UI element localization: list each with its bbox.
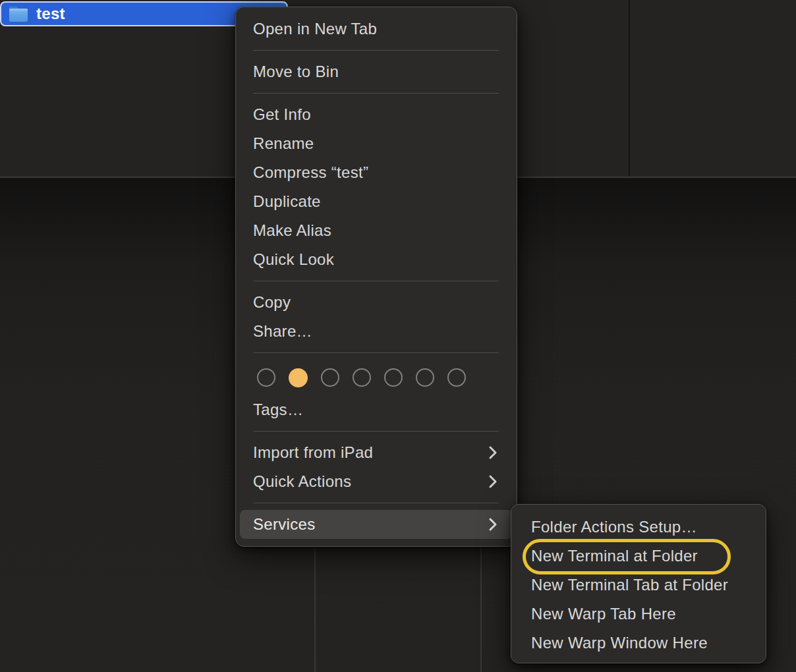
menu-item-label: Copy [253, 288, 291, 317]
menu-item-label: Services [253, 510, 315, 539]
menu-item-label: New Warp Tab Here [531, 600, 676, 629]
tag-dot-selected-orange[interactable] [289, 368, 308, 387]
menu-item-label: Share… [253, 317, 312, 346]
tag-color-row [240, 360, 513, 395]
folder-icon [9, 6, 28, 22]
menu-separator [253, 352, 499, 353]
context-menu: Open in New Tab Move to Bin Get Info Ren… [235, 7, 517, 547]
tag-dot[interactable] [447, 368, 466, 387]
menu-item-quick-look[interactable]: Quick Look [240, 245, 513, 274]
submenu-item-new-terminal-tab-at-folder[interactable]: New Terminal Tab at Folder [511, 571, 766, 600]
menu-item-quick-actions[interactable]: Quick Actions [240, 467, 513, 496]
menu-item-label: Make Alias [253, 216, 331, 245]
menu-item-label: Folder Actions Setup… [531, 513, 697, 542]
menu-item-label: Move to Bin [253, 57, 339, 86]
menu-item-duplicate[interactable]: Duplicate [240, 187, 513, 216]
menu-separator [253, 431, 499, 432]
menu-item-tags[interactable]: Tags… [240, 395, 513, 424]
menu-separator [253, 93, 499, 94]
menu-item-rename[interactable]: Rename [240, 129, 513, 158]
menu-item-label: Duplicate [253, 187, 321, 216]
submenu-item-new-warp-window-here[interactable]: New Warp Window Here [511, 629, 766, 658]
menu-item-label: New Terminal Tab at Folder [531, 571, 728, 600]
menu-item-label: Import from iPad [253, 438, 373, 467]
chevron-right-icon [488, 445, 498, 460]
menu-item-compress[interactable]: Compress “test” [240, 158, 513, 187]
menu-item-import-from-ipad[interactable]: Import from iPad [240, 438, 513, 467]
finder-screen: test Open in New Tab Move to Bin Get Inf… [0, 0, 796, 672]
tag-dot[interactable] [257, 368, 275, 387]
menu-item-label: New Terminal at Folder [531, 542, 698, 571]
menu-separator [253, 50, 499, 51]
menu-item-move-to-bin[interactable]: Move to Bin [240, 57, 513, 86]
menu-separator [253, 503, 499, 503]
column-divider [629, 0, 630, 177]
submenu-item-folder-actions-setup[interactable]: Folder Actions Setup… [511, 513, 766, 542]
menu-item-open-in-new-tab[interactable]: Open in New Tab [240, 14, 513, 43]
menu-item-get-info[interactable]: Get Info [240, 100, 513, 129]
tag-dot[interactable] [353, 368, 371, 387]
chevron-right-icon [488, 517, 498, 532]
menu-item-label: New Warp Window Here [531, 629, 708, 658]
menu-item-share[interactable]: Share… [240, 317, 513, 346]
menu-item-copy[interactable]: Copy [240, 288, 513, 317]
submenu-item-new-warp-tab-here[interactable]: New Warp Tab Here [511, 600, 766, 629]
chevron-right-icon [488, 474, 498, 489]
menu-item-label: Compress “test” [253, 158, 368, 187]
menu-item-label: Quick Actions [253, 467, 351, 496]
menu-item-label: Rename [253, 129, 314, 158]
menu-item-label: Open in New Tab [253, 14, 377, 43]
selected-file-name: test [36, 5, 65, 23]
tag-dot[interactable] [321, 368, 339, 387]
services-submenu: Folder Actions Setup… New Terminal at Fo… [511, 504, 766, 663]
tag-dot[interactable] [384, 368, 403, 387]
menu-item-make-alias[interactable]: Make Alias [240, 216, 513, 245]
submenu-item-new-terminal-at-folder[interactable]: New Terminal at Folder [511, 542, 766, 571]
menu-item-label: Get Info [253, 100, 311, 129]
menu-item-services[interactable]: Services [240, 510, 513, 539]
menu-separator [253, 281, 499, 281]
menu-item-label: Tags… [253, 395, 303, 424]
tag-dot[interactable] [416, 368, 434, 387]
menu-item-label: Quick Look [253, 245, 334, 274]
